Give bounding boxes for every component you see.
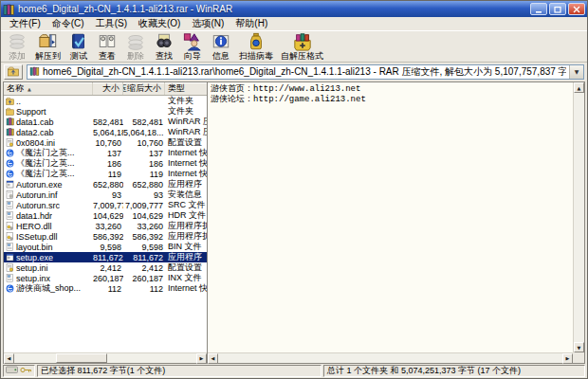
file-size: 10,760 bbox=[93, 138, 123, 148]
menu-item[interactable]: 选项(N) bbox=[186, 17, 230, 30]
file-name: HERO.dll bbox=[16, 222, 52, 231]
inf-icon bbox=[6, 190, 14, 199]
file-list-horizontal-scrollbar[interactable]: ◀ ▶ bbox=[4, 352, 207, 363]
file-size: 119 bbox=[93, 170, 123, 179]
file-size: 104,629 bbox=[93, 211, 123, 221]
view-button[interactable]: 查看 bbox=[93, 31, 121, 62]
menu-bar: 文件(F)命令(C)工具(S)收藏夹(O)选项(N)帮助(H) bbox=[1, 17, 587, 30]
extract-button[interactable]: 解压到 bbox=[31, 31, 64, 62]
test-icon bbox=[68, 32, 89, 51]
url-icon bbox=[6, 170, 14, 178]
drive-icon[interactable] bbox=[6, 366, 18, 376]
file-packed-size: 93 bbox=[123, 190, 165, 200]
toolbar-button-label: 信息 bbox=[212, 51, 230, 61]
main-area: 名称▲ 大小 压缩后大小 类型 ..文件夹Support文件夹data1.cab… bbox=[3, 81, 585, 364]
info-icon bbox=[211, 32, 231, 51]
column-header-packed[interactable]: 压缩后大小 bbox=[123, 82, 165, 95]
menu-item[interactable]: 工具(S) bbox=[90, 17, 133, 30]
file-name: setup.exe bbox=[16, 253, 53, 262]
delete-icon bbox=[125, 32, 146, 51]
toolbar-button-label: 查找 bbox=[156, 51, 173, 61]
file-name: ISSetup.dll bbox=[16, 232, 58, 242]
file-name: setup.ini bbox=[16, 263, 48, 273]
chevron-down-icon[interactable]: ▼ bbox=[569, 65, 583, 79]
file-name: 《魔法门之英... bbox=[16, 168, 75, 180]
toolbar-button-label: 查看 bbox=[99, 51, 116, 61]
file-size: 586,392 bbox=[93, 232, 123, 242]
file-packed-size: 10,760 bbox=[123, 138, 165, 148]
scroll-left-icon[interactable]: ◀ bbox=[4, 353, 14, 364]
scroll-down-icon[interactable]: ▼ bbox=[574, 342, 584, 352]
file-size: 137 bbox=[93, 149, 123, 158]
file-packed-size: 9,598 bbox=[123, 243, 165, 252]
status-bar: 已经选择 811,672 字节(1 个文件) 总计 1 个文件夹 和 5,074… bbox=[1, 364, 587, 378]
folder-up-icon bbox=[8, 63, 19, 81]
file-icon bbox=[6, 274, 14, 282]
file-size: 260,187 bbox=[93, 274, 123, 283]
minimize-button[interactable] bbox=[530, 3, 547, 15]
file-packed-size: 652,880 bbox=[123, 180, 165, 190]
toolbar-button-label: 测试 bbox=[70, 51, 87, 61]
scan-button[interactable]: 扫描病毒 bbox=[235, 31, 277, 62]
scroll-right-icon[interactable]: ▶ bbox=[196, 353, 207, 364]
file-size: 582,481 bbox=[93, 117, 123, 127]
column-header-type[interactable]: 类型 bbox=[165, 82, 207, 95]
scrollbar-corner bbox=[573, 352, 584, 363]
toolbar-button-label: 向导 bbox=[184, 51, 201, 61]
file-name: data1.cab bbox=[16, 117, 54, 127]
comment-line: 游侠论坛：http://game.ali213.net bbox=[211, 95, 571, 105]
toolbar-button-label: 添加 bbox=[9, 51, 26, 61]
file-name: layout.bin bbox=[16, 243, 53, 252]
info-button[interactable]: 信息 bbox=[207, 31, 235, 62]
toolbar-button-label: 扫描病毒 bbox=[239, 51, 273, 61]
sort-ascending-icon: ▲ bbox=[28, 86, 31, 92]
column-header-size[interactable]: 大小 bbox=[93, 82, 123, 95]
restore-button[interactable] bbox=[549, 3, 566, 15]
add-icon bbox=[7, 32, 28, 51]
menu-item[interactable]: 命令(C) bbox=[46, 17, 90, 30]
file-packed-size: 2,412 bbox=[123, 263, 165, 273]
archive-path-combobox[interactable]: home6_Digital_zh-CN_1.4.1.1-ali213.rar\h… bbox=[27, 64, 584, 80]
file-list-header: 名称▲ 大小 压缩后大小 类型 bbox=[4, 82, 207, 96]
file-size: 7,009,777 bbox=[93, 201, 123, 210]
file-list-rows: ..文件夹Support文件夹data1.cab582,481582,481Wi… bbox=[4, 96, 207, 352]
winrar-books-icon bbox=[3, 3, 15, 15]
up-directory-button[interactable] bbox=[4, 64, 23, 80]
toolbar-button-label: 自解压格式 bbox=[281, 51, 323, 61]
exe-icon bbox=[6, 253, 14, 262]
close-button[interactable] bbox=[568, 3, 585, 15]
wizard-icon bbox=[182, 32, 203, 51]
scroll-left-icon[interactable]: ◀ bbox=[208, 353, 218, 364]
add-button: 添加 bbox=[3, 31, 31, 62]
extract-icon bbox=[38, 32, 59, 51]
key-icon[interactable] bbox=[20, 366, 32, 376]
file-name: Autorun.src bbox=[16, 201, 60, 210]
file-size: 652,880 bbox=[93, 180, 123, 190]
comment-horizontal-scrollbar[interactable]: ◀ ▶ bbox=[208, 352, 573, 363]
title-bar[interactable]: home6_Digital_zh-CN_1.4.1.1-ali213.rar -… bbox=[1, 1, 587, 17]
sfx-button[interactable]: 自解压格式 bbox=[277, 31, 327, 62]
delete-button: 删除 bbox=[121, 31, 150, 62]
test-button[interactable]: 测试 bbox=[64, 31, 93, 62]
wizard-button[interactable]: 向导 bbox=[178, 31, 207, 62]
comment-vertical-scrollbar[interactable]: ▲ ▼ bbox=[573, 82, 584, 352]
file-name: Autorun.inf bbox=[16, 190, 58, 200]
toolbar: 添加解压到测试查看删除查找向导信息扫描病毒自解压格式 bbox=[1, 30, 587, 63]
file-size: 186 bbox=[93, 159, 123, 169]
menu-item[interactable]: 帮助(H) bbox=[230, 17, 273, 30]
scroll-up-icon[interactable]: ▲ bbox=[574, 82, 584, 93]
scroll-right-icon[interactable]: ▶ bbox=[562, 353, 573, 364]
file-type: Internet 快捷方式 bbox=[165, 282, 207, 295]
column-header-name[interactable]: 名称▲ bbox=[4, 82, 93, 95]
list-item[interactable]: 游侠商城_shop...112112Internet 快捷方式 bbox=[4, 283, 207, 294]
view-icon bbox=[97, 32, 118, 51]
updir-icon bbox=[6, 97, 14, 105]
file-packed-size: 104,629 bbox=[123, 211, 165, 221]
file-name: 游侠商城_shop... bbox=[16, 282, 81, 295]
menu-item[interactable]: 收藏夹(O) bbox=[133, 17, 186, 30]
menu-item[interactable]: 文件(F) bbox=[4, 17, 46, 30]
scrollbar-thumb[interactable] bbox=[56, 353, 107, 363]
find-button[interactable]: 查找 bbox=[150, 31, 178, 62]
file-packed-size: 186 bbox=[123, 159, 165, 169]
file-packed-size: 112 bbox=[123, 284, 165, 294]
